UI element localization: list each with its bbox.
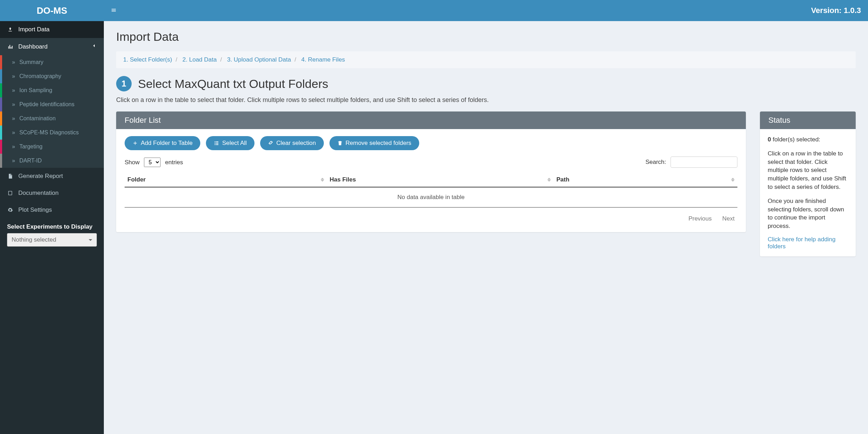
sidebar-item-scope[interactable]: »SCoPE-MS Diagnostics [0, 126, 104, 140]
status-panel: Status 0 folder(s) selected: Click on a … [760, 111, 856, 256]
step-2-link[interactable]: 2. Load Data [182, 56, 216, 63]
step-1-link[interactable]: 1. Select Folder(s) [123, 56, 172, 63]
gear-icon [7, 207, 13, 213]
col-label: Has Files [330, 176, 356, 183]
sidebar-item-label: SCoPE-MS Diagnostics [19, 129, 79, 136]
chevron-left-icon [91, 43, 97, 50]
sidebar-item-label: DART-ID [19, 158, 42, 164]
col-has-files[interactable]: Has Files [327, 173, 554, 187]
sidebar-item-generate[interactable]: Generate Report [0, 168, 104, 185]
col-label: Path [556, 176, 570, 183]
col-label: Folder [127, 176, 146, 183]
section-description: Click on a row in the table to select th… [116, 96, 856, 104]
file-icon [7, 173, 13, 179]
clear-selection-button[interactable]: Clear selection [260, 136, 323, 150]
experiments-select[interactable]: Nothing selected [7, 233, 97, 247]
sidebar-item-label: Chromatography [19, 73, 61, 79]
steps-breadcrumb: 1. Select Folder(s)/ 2. Load Data/ 3. Up… [116, 51, 856, 68]
double-chevron-icon: » [12, 158, 15, 164]
hamburger-icon [111, 7, 117, 13]
sidebar-item-dashboard[interactable]: Dashboard [0, 38, 104, 55]
book-icon [7, 190, 13, 196]
status-instructions-1: Click on a row in the table to select th… [768, 149, 848, 191]
sidebar-item-import[interactable]: Import Data [0, 21, 104, 38]
version-label: Version: 1.0.3 [811, 6, 861, 15]
search-label: Search: [646, 159, 666, 165]
double-chevron-icon: » [12, 129, 15, 136]
app-logo: DO-MS [0, 0, 104, 21]
button-label: Select All [222, 140, 247, 147]
step-3-link[interactable]: 3. Upload Optional Data [227, 56, 291, 63]
double-chevron-icon: » [12, 115, 15, 122]
folder-table: Folder Has Files Path No data available … [125, 173, 737, 208]
sidebar-item-label: Import Data [18, 26, 50, 33]
page-title: Import Data [116, 30, 856, 44]
bar-chart-icon [7, 44, 13, 50]
entries-label: entries [165, 159, 183, 166]
step-number-badge: 1 [116, 76, 132, 91]
entries-select[interactable]: 5 [144, 158, 161, 167]
panel-title: Folder List [116, 111, 746, 129]
button-label: Clear selection [276, 140, 316, 147]
select-all-button[interactable]: Select All [206, 136, 254, 150]
col-folder[interactable]: Folder [125, 173, 327, 187]
sidebar-item-label: Targeting [19, 143, 43, 150]
sidebar-item-label: Summary [19, 59, 43, 65]
sidebar-item-label: Dashboard [18, 43, 48, 50]
sidebar-item-label: Generate Report [18, 173, 63, 180]
double-chevron-icon: » [12, 73, 15, 79]
upload-icon [7, 27, 13, 32]
table-empty-message: No data available in table [125, 187, 737, 208]
list-icon [214, 140, 219, 146]
select-value: Nothing selected [12, 236, 56, 243]
sidebar-item-targeting[interactable]: »Targeting [0, 140, 104, 154]
sidebar-section-label: Select Experiments to Display [0, 218, 104, 233]
sidebar-item-label: Plot Settings [18, 206, 52, 213]
trash-icon [337, 140, 343, 146]
add-folder-button[interactable]: Add Folder to Table [125, 136, 200, 150]
remove-folders-button[interactable]: Remove selected folders [329, 136, 419, 150]
double-chevron-icon: » [12, 87, 15, 94]
help-link[interactable]: Click here for help adding folders [768, 236, 836, 250]
sidebar-item-label: Ion Sampling [19, 87, 52, 94]
sidebar-item-documentation[interactable]: Documentation [0, 185, 104, 202]
eraser-icon [268, 140, 273, 146]
prev-button[interactable]: Previous [688, 215, 712, 222]
button-label: Add Folder to Table [141, 140, 193, 147]
show-label: Show [125, 159, 140, 166]
double-chevron-icon: » [12, 101, 15, 108]
panel-title: Status [760, 111, 856, 129]
sort-icon [731, 178, 735, 182]
sort-icon [321, 178, 324, 182]
double-chevron-icon: » [12, 59, 15, 65]
sidebar: Import Data Dashboard »Summary »Chromato… [0, 21, 104, 434]
sidebar-item-peptide[interactable]: »Peptide Identifications [0, 97, 104, 111]
status-instructions-2: Once you are finished selecting folders,… [768, 197, 848, 230]
folder-list-panel: Folder List Add Folder to Table Select A… [116, 111, 746, 232]
step-4-link[interactable]: 4. Rename Files [301, 56, 345, 63]
section-title: Select MaxQuant txt Output Folders [138, 77, 328, 91]
sidebar-item-label: Peptide Identifications [19, 101, 75, 108]
hamburger-toggle[interactable] [111, 7, 117, 15]
sidebar-item-summary[interactable]: »Summary [0, 55, 104, 69]
caret-down-icon [89, 239, 92, 241]
sidebar-item-contamination[interactable]: »Contamination [0, 111, 104, 126]
next-button[interactable]: Next [722, 215, 735, 222]
col-path[interactable]: Path [554, 173, 737, 187]
double-chevron-icon: » [12, 143, 15, 150]
sidebar-item-label: Contamination [19, 115, 56, 122]
status-count-line: 0 folder(s) selected: [768, 135, 848, 144]
plus-icon [132, 140, 138, 146]
sidebar-item-plot[interactable]: Plot Settings [0, 202, 104, 218]
sidebar-item-label: Documentation [18, 190, 58, 197]
sort-icon [547, 178, 551, 182]
sidebar-item-ion[interactable]: »Ion Sampling [0, 83, 104, 97]
sidebar-item-chromatography[interactable]: »Chromatography [0, 69, 104, 83]
sidebar-item-dartid[interactable]: »DART-ID [0, 154, 104, 168]
search-input[interactable] [671, 157, 737, 168]
button-label: Remove selected folders [346, 140, 411, 147]
